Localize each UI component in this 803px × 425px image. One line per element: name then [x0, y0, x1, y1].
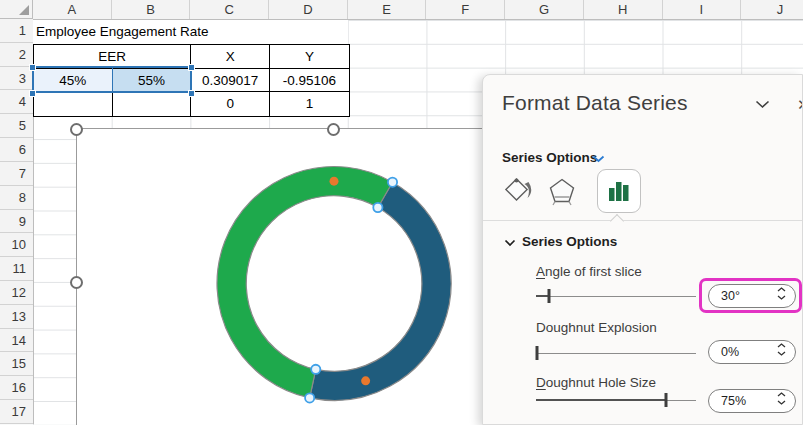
row-header[interactable]: 15: [0, 352, 33, 376]
angle-slider-thumb[interactable]: [548, 289, 551, 303]
spin-down-icon[interactable]: [777, 400, 786, 405]
tab-effects[interactable]: [547, 176, 577, 206]
pane-divider: [483, 220, 802, 221]
tab-series-options-selected[interactable]: [597, 169, 641, 213]
row-header[interactable]: 16: [0, 376, 33, 400]
row-header[interactable]: 8: [0, 186, 33, 210]
label-text: Doughnut Explosion: [536, 320, 657, 335]
slice-selection-handle[interactable]: [387, 178, 396, 187]
row-header[interactable]: 1: [0, 19, 33, 43]
cell-x2[interactable]: 0: [191, 92, 270, 116]
slider-track[interactable]: [536, 353, 696, 354]
doughnut-hole-size-label: Doughnut Hole Size: [536, 375, 656, 390]
column-header-b[interactable]: B: [112, 0, 191, 19]
spin-down-icon[interactable]: [777, 351, 786, 356]
row-header[interactable]: 5: [0, 114, 33, 138]
pane-title: Format Data Series: [502, 91, 688, 115]
angle-value[interactable]: 30°: [721, 285, 740, 307]
chart-resize-handle-topcenter[interactable]: [327, 123, 340, 136]
section-collapse-chevron-icon[interactable]: [504, 239, 516, 247]
selection-handle[interactable]: [29, 64, 36, 71]
chart-resize-handle-topleft[interactable]: [70, 123, 83, 136]
hole-size-value[interactable]: 75%: [721, 390, 746, 412]
doughnut-slice-55%[interactable]: [217, 167, 392, 398]
pentagon-icon: [547, 176, 577, 206]
cell-x1[interactable]: 0.309017: [191, 69, 270, 93]
source-data-selection[interactable]: [32, 66, 192, 93]
column-header-e[interactable]: E: [348, 0, 427, 19]
angle-slider[interactable]: [536, 289, 696, 303]
series-options-dropdown-label[interactable]: Series Options: [502, 150, 597, 165]
explosion-value[interactable]: 0%: [721, 341, 739, 363]
hole-size-spinbox[interactable]: 75%: [708, 389, 796, 413]
spin-down-icon[interactable]: [777, 295, 786, 300]
column-header-c[interactable]: C: [190, 0, 269, 19]
row-header[interactable]: 6: [0, 138, 33, 162]
spin-up-icon[interactable]: [777, 287, 786, 292]
angle-spinbox[interactable]: 30°: [708, 284, 796, 308]
slice-selection-handle[interactable]: [311, 365, 320, 374]
selection-handle[interactable]: [29, 90, 36, 97]
slice-selection-handle[interactable]: [373, 203, 382, 212]
slider-fill: [536, 399, 666, 401]
series-options-dropdown-chevron-icon[interactable]: [592, 155, 605, 163]
column-header-d[interactable]: D: [269, 0, 348, 19]
spin-up-icon[interactable]: [777, 343, 786, 348]
tab-fill-line[interactable]: [503, 176, 533, 206]
scatter-marker[interactable]: [361, 376, 370, 385]
spinner-arrows: [777, 343, 786, 356]
pane-tabs: [503, 167, 641, 215]
bar-chart-icon: [607, 179, 631, 203]
cell-a4[interactable]: [34, 92, 113, 116]
scatter-marker[interactable]: [329, 177, 338, 186]
pane-title-chevron-down-icon[interactable]: [755, 100, 770, 109]
row-header[interactable]: 14: [0, 329, 33, 353]
column-header-a[interactable]: A: [33, 0, 112, 19]
paint-bucket-icon: [503, 176, 533, 206]
cell-y1[interactable]: -0.95106: [270, 69, 349, 93]
cell-y-header[interactable]: Y: [270, 45, 349, 69]
label-text: ngle of first slice: [545, 264, 642, 279]
select-all-corner[interactable]: [0, 0, 33, 19]
slice-selection-handle[interactable]: [305, 393, 314, 402]
pane-close-icon[interactable]: ✕: [797, 96, 803, 114]
doughnut-explosion-label: Doughnut Explosion: [536, 320, 657, 335]
doughnut-slice-45%[interactable]: [309, 182, 450, 400]
cell-b4[interactable]: [113, 92, 192, 116]
column-header-g[interactable]: G: [505, 0, 584, 19]
format-data-series-pane: Format Data Series ✕ Series Options: [482, 74, 803, 425]
label-accesskey: D: [536, 375, 546, 390]
spin-up-icon[interactable]: [777, 392, 786, 397]
hole-size-slider[interactable]: [536, 393, 696, 407]
slider-track[interactable]: [536, 296, 696, 297]
column-header-j[interactable]: J: [741, 0, 803, 19]
column-header-i[interactable]: I: [663, 0, 742, 19]
row-header[interactable]: 10: [0, 233, 33, 257]
selection-divider: [112, 68, 113, 91]
cell-x-header[interactable]: X: [191, 45, 270, 69]
explosion-slider-thumb[interactable]: [535, 346, 538, 360]
label-accesskey: A: [536, 264, 545, 279]
selection-handle[interactable]: [188, 90, 195, 97]
row-headers: 1 2 3 4 5 6 7 8 9 10 11 12 13 14 15 16 1…: [0, 19, 34, 424]
cell-a1-title[interactable]: Employee Engagement Rate: [33, 20, 348, 44]
cell-y2[interactable]: 1: [270, 92, 349, 116]
selected-tab-notch: [610, 214, 624, 228]
row-header[interactable]: 9: [0, 210, 33, 234]
selection-handle[interactable]: [188, 64, 195, 71]
cell-eer-header[interactable]: EER: [34, 45, 191, 69]
section-title-series-options[interactable]: Series Options: [522, 234, 617, 249]
row-header[interactable]: 12: [0, 281, 33, 305]
explosion-slider[interactable]: [536, 346, 696, 360]
hole-size-slider-thumb[interactable]: [664, 393, 667, 407]
row-header[interactable]: 17: [0, 400, 33, 424]
column-header-h[interactable]: H: [584, 0, 663, 19]
spinner-arrows: [777, 287, 786, 300]
row-header[interactable]: 11: [0, 257, 33, 281]
column-header-f[interactable]: F: [426, 0, 505, 19]
chart-resize-handle-leftmiddle[interactable]: [70, 276, 83, 289]
label-text: oughnut Hole Size: [546, 375, 656, 390]
explosion-spinbox[interactable]: 0%: [708, 340, 796, 364]
row-header[interactable]: 7: [0, 162, 33, 186]
row-header[interactable]: 13: [0, 305, 33, 329]
